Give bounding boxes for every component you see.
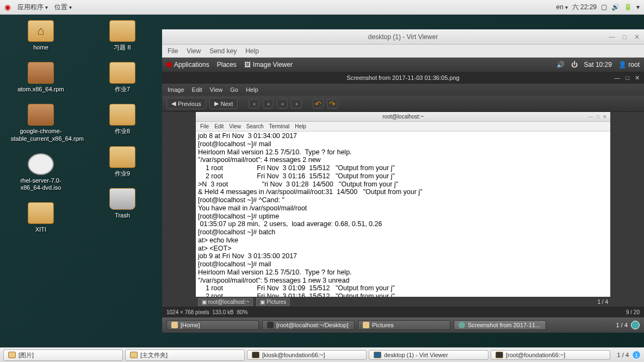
desktop-icon-rhel-server-7.0-x86_64-dvd.iso[interactable]: rhel-server-7.0-x86_64-dvd.iso bbox=[11, 153, 71, 191]
imageviewer-menubar: Image Edit View Go Help bbox=[162, 84, 644, 96]
rotate-right-button[interactable]: ↷ bbox=[327, 99, 338, 109]
virt-menubar: File View Send key Help bbox=[162, 45, 644, 58]
guest-topbar: Applications Places 🖼Image Viewer 🔊 ⏻ Sa… bbox=[162, 58, 644, 72]
term-icon bbox=[496, 352, 503, 358]
imageviewer-canvas[interactable]: root@localhost:~ —□✕ File Edit View Sear… bbox=[162, 112, 644, 307]
menu-file[interactable]: File bbox=[168, 47, 178, 55]
desktop-icon-作业9[interactable]: 作业9 bbox=[92, 146, 152, 177]
desktop-icon-google-chrome-stable_current_x86_64.rpm[interactable]: google-chrome-stable_current_x86_64.rpm bbox=[11, 104, 71, 142]
taskbar-button[interactable]: [主文件夹] bbox=[125, 349, 245, 361]
virt-titlebar[interactable]: desktop (1) - Virt Viewer — □ ✕ bbox=[162, 29, 644, 45]
desktop: homeatom.x86_64.rpmgoogle-chrome-stable_… bbox=[0, 15, 644, 347]
maximize-icon[interactable]: □ bbox=[626, 74, 629, 82]
volume-icon[interactable]: 🔊 bbox=[611, 3, 620, 11]
next-button[interactable]: ▶ Next bbox=[209, 98, 238, 109]
screenshot-image: root@localhost:~ —□✕ File Edit View Sear… bbox=[196, 112, 610, 307]
maximize-icon[interactable]: □ bbox=[623, 33, 627, 41]
taskbar-button[interactable]: [Home] bbox=[166, 320, 259, 330]
rotate-left-button[interactable]: ↶ bbox=[313, 99, 324, 109]
icon-label: 作业7 bbox=[115, 86, 130, 93]
taskbar-label: desktop (1) - Virt Viewer bbox=[384, 352, 448, 358]
iv-menu-view[interactable]: View bbox=[210, 86, 223, 93]
window-icon[interactable]: ▢ bbox=[601, 3, 607, 11]
menu-sendkey[interactable]: Send key bbox=[209, 47, 237, 55]
status-dimensions: 1024 × 768 pixels bbox=[166, 309, 209, 315]
host-taskbar: [图片][主文件夹][kiosk@foundation66:~]desktop … bbox=[0, 347, 644, 362]
rpm-icon bbox=[28, 104, 54, 126]
desktop-icon-atom.x86_64.rpm[interactable]: atom.x86_64.rpm bbox=[11, 62, 71, 93]
icon-label: XITI bbox=[35, 226, 46, 233]
guest-display: Applications Places 🖼Image Viewer 🔊 ⏻ Sa… bbox=[162, 58, 644, 333]
close-icon[interactable]: ✕ bbox=[634, 33, 640, 41]
volume-icon[interactable]: 🔊 bbox=[556, 61, 565, 68]
taskbar-button[interactable]: Screenshot from 2017-11... bbox=[454, 320, 546, 330]
iv-menu-help[interactable]: Help bbox=[246, 86, 258, 93]
term-icon bbox=[252, 352, 259, 358]
zoom-fit-button[interactable]: ▫ bbox=[277, 99, 288, 109]
desktop-icon-作业7[interactable]: 作业7 bbox=[92, 62, 152, 93]
taskbar-label: Screenshot from 2017-11... bbox=[468, 322, 540, 328]
inner-terminal-menubar: File Edit View Search Terminal Help bbox=[196, 122, 610, 132]
trash-icon bbox=[109, 188, 135, 210]
previous-button[interactable]: ◀ Previous bbox=[166, 98, 206, 109]
folder-icon bbox=[109, 62, 135, 84]
folder-icon bbox=[130, 352, 138, 358]
virt-viewer-window: desktop (1) - Virt Viewer — □ ✕ File Vie… bbox=[162, 29, 644, 333]
pager-label: 1 / 4 bbox=[617, 352, 629, 358]
iv-menu-edit[interactable]: Edit bbox=[192, 86, 202, 93]
icon-label: Trash bbox=[115, 212, 130, 219]
workspace-icon[interactable]: 1 bbox=[632, 351, 641, 359]
network-icon[interactable]: ⏻ bbox=[571, 61, 578, 68]
imageviewer-toolbar: ◀ Previous ▶ Next ▫ ▫ ▫ ▫ ↶ ↷ bbox=[162, 96, 644, 112]
gallery-button[interactable]: ▫ bbox=[291, 99, 302, 109]
minimize-icon[interactable]: — bbox=[609, 33, 615, 41]
battery-icon[interactable]: 🔋 bbox=[624, 3, 632, 11]
taskbar-label: [root@localhost:~/Desktop] bbox=[276, 322, 349, 328]
imageviewer-titlebar[interactable]: Screenshot from 2017-11-03 01:36:05.png … bbox=[162, 72, 644, 84]
taskbar-label: [Home] bbox=[181, 322, 200, 328]
home-icon bbox=[28, 20, 54, 42]
folder-icon bbox=[109, 146, 135, 168]
redhat-icon bbox=[166, 62, 172, 67]
desktop-icon-home[interactable]: home bbox=[11, 20, 71, 51]
workspace-icon[interactable] bbox=[631, 321, 640, 329]
iv-menu-image[interactable]: Image bbox=[168, 86, 184, 93]
inner-terminal-titlebar: root@localhost:~ —□✕ bbox=[196, 112, 610, 122]
guest-user-label[interactable]: root bbox=[628, 61, 640, 68]
taskbar-button[interactable]: Pictures bbox=[358, 320, 450, 330]
lang-indicator[interactable]: en bbox=[556, 3, 567, 11]
guest-applications-menu[interactable]: Applications bbox=[174, 61, 209, 68]
desktop-icon-XITI[interactable]: XITI bbox=[11, 202, 71, 233]
folder-icon bbox=[109, 20, 135, 42]
folder-icon bbox=[109, 104, 135, 126]
taskbar-button[interactable]: [图片] bbox=[3, 349, 123, 361]
places-menu[interactable]: 位置 bbox=[54, 3, 72, 12]
iv-menu-go[interactable]: Go bbox=[230, 86, 238, 93]
zoom-in-button[interactable]: ▫ bbox=[249, 99, 259, 109]
user-dropdown-icon[interactable]: ▾ bbox=[636, 3, 640, 11]
status-zoom: 80% bbox=[237, 309, 247, 315]
taskbar-button[interactable]: [root@foundation66:~] bbox=[491, 350, 610, 360]
menu-view[interactable]: View bbox=[187, 47, 201, 55]
host-topbar: ◉ 应用程序 位置 en 六 22:29 ▢ 🔊 🔋 ▾ bbox=[0, 0, 644, 15]
desktop-icon-作业8[interactable]: 作业8 bbox=[92, 104, 152, 135]
icon-label: google-chrome-stable_current_x86_64.rpm bbox=[11, 128, 71, 142]
taskbar-button[interactable]: [root@localhost:~/Desktop] bbox=[262, 320, 355, 330]
desktop-icon-习题 8[interactable]: 习题 8 bbox=[92, 20, 152, 51]
zoom-out-button[interactable]: ▫ bbox=[263, 99, 274, 109]
guest-imageviewer-button[interactable]: Image Viewer bbox=[253, 61, 293, 68]
icon-label: 作业9 bbox=[115, 170, 130, 177]
taskbar-button[interactable]: [kiosk@foundation66:~] bbox=[247, 350, 367, 360]
guest-taskbar: [Home][root@localhost:~/Desktop]Pictures… bbox=[162, 317, 644, 333]
inner-bottom-bar: ▣ root@localhost:~ ▣ Pictures 1 / 4 bbox=[196, 297, 610, 307]
virt-title-text: desktop (1) - Virt Viewer bbox=[368, 33, 438, 41]
minimize-icon[interactable]: — bbox=[614, 74, 620, 82]
close-icon[interactable]: ✕ bbox=[635, 74, 640, 82]
status-page: 9 / 20 bbox=[626, 309, 640, 315]
applications-menu[interactable]: 应用程序 bbox=[17, 3, 48, 12]
menu-help[interactable]: Help bbox=[245, 47, 259, 55]
imageviewer-statusbar: 1024 × 768 pixels 133.0 kB 80% 9 / 20 bbox=[162, 307, 644, 317]
desktop-icon-Trash[interactable]: Trash bbox=[92, 188, 152, 219]
guest-places-menu[interactable]: Places bbox=[217, 61, 237, 68]
taskbar-button[interactable]: desktop (1) - Virt Viewer bbox=[369, 350, 488, 360]
